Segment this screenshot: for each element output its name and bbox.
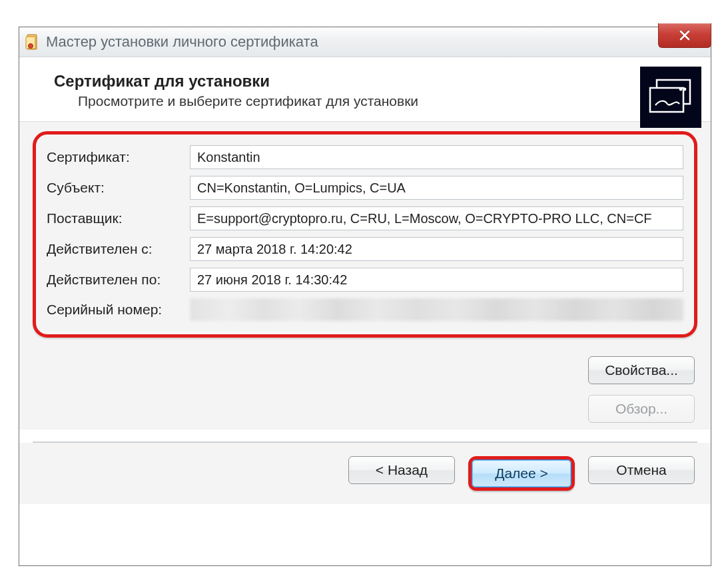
side-buttons: Свойства... Обзор... bbox=[33, 356, 697, 423]
main-panel: Сертификат: Konstantin Субъект: CN=Konst… bbox=[19, 122, 711, 430]
browse-button: Обзор... bbox=[588, 395, 695, 423]
close-icon bbox=[679, 29, 691, 41]
label-subject: Субъект: bbox=[47, 180, 190, 196]
svg-rect-4 bbox=[650, 88, 683, 112]
back-button[interactable]: < Назад bbox=[348, 456, 455, 484]
value-issuer: E=support@cryptopro.ru, C=RU, L=Moscow, … bbox=[190, 206, 683, 230]
label-valid-from: Действителен с: bbox=[47, 241, 190, 257]
app-icon bbox=[25, 33, 39, 51]
label-certificate: Сертификат: bbox=[47, 149, 190, 165]
window-title: Мастер установки личного сертификата bbox=[46, 33, 318, 51]
svg-point-5 bbox=[679, 88, 683, 91]
next-button[interactable]: Далее > bbox=[472, 459, 571, 487]
properties-button[interactable]: Свойства... bbox=[588, 356, 695, 384]
row-valid-to: Действителен по: 27 июня 2018 г. 14:30:4… bbox=[47, 268, 683, 292]
header-subtitle: Просмотрите и выберите сертификат для ус… bbox=[78, 93, 695, 109]
row-serial: Серийный номер: bbox=[47, 298, 683, 321]
row-valid-from: Действителен с: 27 марта 2018 г. 14:20:4… bbox=[47, 237, 683, 261]
label-issuer: Поставщик: bbox=[47, 210, 190, 226]
row-issuer: Поставщик: E=support@cryptopro.ru, C=RU,… bbox=[47, 206, 683, 230]
value-valid-to: 27 июня 2018 г. 14:30:42 bbox=[190, 268, 683, 292]
value-certificate: Konstantin bbox=[190, 145, 683, 169]
header-title: Сертификат для установки bbox=[54, 72, 695, 91]
svg-point-2 bbox=[29, 44, 33, 49]
label-valid-to: Действителен по: bbox=[47, 272, 190, 288]
fields-highlight: Сертификат: Konstantin Субъект: CN=Konst… bbox=[33, 131, 697, 338]
wizard-footer: < Назад Далее > Отмена bbox=[19, 443, 711, 504]
close-button[interactable] bbox=[658, 23, 711, 48]
wizard-window: Мастер установки личного сертификата Сер… bbox=[19, 27, 711, 566]
value-valid-from: 27 марта 2018 г. 14:20:42 bbox=[190, 237, 683, 261]
row-subject: Субъект: CN=Konstantin, O=Lumpics, C=UA bbox=[47, 176, 683, 200]
wizard-header: Сертификат для установки Просмотрите и в… bbox=[19, 57, 711, 122]
certificate-icon bbox=[640, 67, 701, 128]
label-serial: Серийный номер: bbox=[47, 302, 190, 318]
cancel-button[interactable]: Отмена bbox=[588, 456, 695, 484]
titlebar: Мастер установки личного сертификата bbox=[19, 27, 711, 57]
row-certificate: Сертификат: Konstantin bbox=[47, 145, 683, 169]
value-serial-redacted bbox=[190, 298, 683, 321]
next-button-highlight: Далее > bbox=[468, 456, 575, 491]
value-subject: CN=Konstantin, O=Lumpics, C=UA bbox=[190, 176, 683, 200]
svg-point-6 bbox=[683, 88, 687, 91]
